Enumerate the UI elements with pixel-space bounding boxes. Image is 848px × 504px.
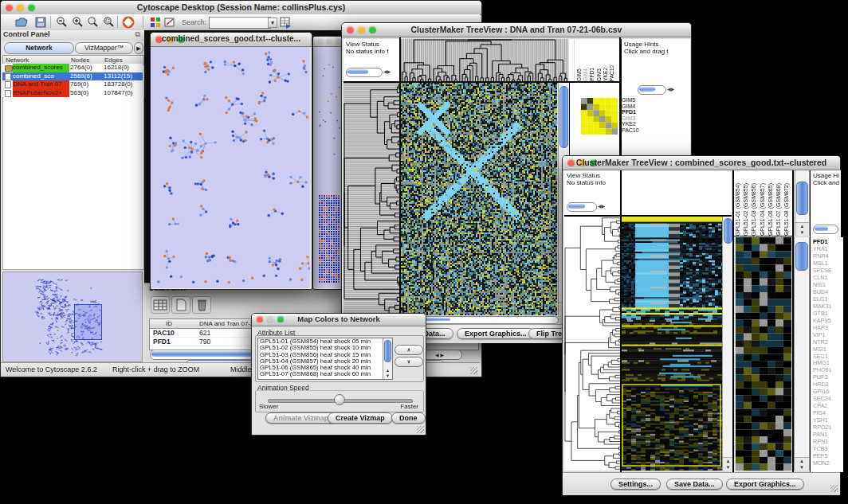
scrollbar-arrows[interactable]: ◀▶	[667, 85, 674, 93]
zoom-out-icon[interactable]	[55, 16, 68, 29]
scrollbar-thumb[interactable]	[151, 351, 267, 357]
column-label[interactable]: GPL51-02 (GSM855)	[742, 183, 750, 236]
scrollbar-arrows[interactable]: ◀▶	[383, 68, 391, 76]
scrollbar-thumb[interactable]	[347, 69, 368, 74]
import-table-icon[interactable]	[279, 16, 292, 29]
gene-label[interactable]: PFD1	[622, 109, 690, 115]
move-down-button[interactable]: ∨	[395, 357, 423, 367]
scrollbar-thumb[interactable]	[384, 340, 391, 362]
scrollbar-thumb[interactable]	[815, 226, 828, 231]
annotation-icon[interactable]	[163, 16, 176, 29]
tab-overflow-icon[interactable]: ▶	[134, 42, 143, 54]
done-button[interactable]: Done	[391, 412, 426, 424]
hscrollbar[interactable]	[567, 202, 597, 212]
hscrollbar[interactable]	[346, 68, 383, 77]
tab-vizmapper[interactable]: VizMapper™	[75, 42, 133, 54]
gene-label[interactable]: MON2	[813, 460, 843, 467]
attribute-item[interactable]: GPL51-07 (GSM868) heat shock 60 min	[258, 371, 392, 377]
create-vizmap-button[interactable]: Create Vizmap	[328, 412, 393, 424]
similarity-matrix[interactable]	[581, 98, 618, 135]
titlebar[interactable]: ClusterMaker TreeView : combined_scores_…	[563, 156, 840, 170]
help-icon[interactable]	[122, 16, 135, 29]
gene-label[interactable]: GIM4	[622, 104, 690, 110]
open-icon[interactable]	[15, 16, 28, 29]
column-label[interactable]: GPL51-04 (GSM857)	[759, 183, 767, 236]
scrollbar-thumb[interactable]	[568, 204, 585, 209]
scrollbar-thumb[interactable]	[559, 86, 568, 148]
select-attributes-icon[interactable]	[151, 296, 170, 314]
resize-grip[interactable]	[470, 367, 477, 374]
speed-slider-thumb[interactable]	[334, 394, 345, 405]
move-up-button[interactable]: ∧	[395, 345, 423, 355]
network-row[interactable]: combined_scores2764(0)16218(0)	[2, 64, 143, 72]
scrollbar-thumb[interactable]	[796, 182, 808, 215]
hscrollbar[interactable]	[813, 225, 838, 234]
network-row[interactable]: RNAPuberNov2+563(0)107847(0)	[2, 89, 143, 98]
row-dendrogram[interactable]	[564, 217, 621, 471]
column-label[interactable]: GIM5	[576, 68, 583, 81]
list-vscrollbar[interactable]: ▲▼	[383, 338, 392, 379]
column-label[interactable]: YKE2	[603, 68, 609, 81]
birdseye-selection-rect[interactable]	[74, 304, 102, 340]
tab-network[interactable]: Network	[4, 42, 74, 54]
column-label[interactable]: GIM3	[596, 68, 603, 81]
scrollbar-thumb[interactable]	[639, 87, 655, 92]
export-graphics-button[interactable]: Export Graphics...	[726, 479, 804, 490]
heatmap[interactable]	[622, 217, 722, 471]
gene-label[interactable]: GIM3	[622, 115, 690, 122]
gene-label[interactable]: PAC10	[622, 127, 690, 134]
titlebar[interactable]: Map Colors to Network	[252, 314, 426, 326]
column-label[interactable]: PAC10	[609, 65, 615, 81]
gene-vscrollbar[interactable]: ▲▼	[794, 237, 810, 471]
zoom-button[interactable]	[336, 39, 340, 44]
column-label[interactable]: GPL51-01 (GSM854)	[734, 183, 742, 236]
network-row[interactable]: DNA and Tran 07769(0)183728(0)	[2, 80, 143, 89]
resize-grip[interactable]	[417, 426, 424, 433]
zoom-fit-icon[interactable]	[86, 16, 99, 29]
delete-attribute-icon[interactable]	[192, 296, 211, 314]
settings-button[interactable]: Settings...	[610, 479, 661, 490]
network-list-empty-area[interactable]	[2, 97, 144, 270]
column-dendrogram[interactable]	[401, 39, 568, 81]
scrollbar-thumb[interactable]	[724, 218, 732, 244]
save-data-button[interactable]: Save Data...	[666, 479, 723, 490]
birdseye-view[interactable]	[2, 272, 143, 362]
zoom-in-icon[interactable]	[71, 16, 84, 29]
resize-grip[interactable]	[830, 485, 838, 492]
column-label[interactable]: GPL51-08 (GSM872)	[783, 183, 791, 236]
export-graphics-button[interactable]: Export Graphics...	[457, 328, 535, 339]
column-label[interactable]: GPL51-07 (GSM868)	[775, 183, 783, 236]
close-button[interactable]	[318, 39, 323, 44]
undock-icon[interactable]: ⧉	[135, 30, 140, 39]
gene-label[interactable]: YKE2	[622, 121, 690, 127]
column-label[interactable]: PFD1	[589, 68, 595, 81]
scrollbar-arrows[interactable]: ▲▼	[795, 457, 809, 471]
scrollbar-arrows[interactable]: ▲▼	[795, 222, 809, 236]
cytoscape-titlebar[interactable]: Cytoscape Desktop (Session Name: collins…	[1, 1, 481, 15]
scrollbar-arrows[interactable]: ◀▶	[598, 202, 605, 210]
row-dendrogram[interactable]	[344, 83, 400, 315]
network-view-canvas[interactable]	[151, 47, 310, 288]
column-dendrogram-area[interactable]	[622, 170, 732, 217]
network-row[interactable]: combined_sco2569(6)13112(15)	[2, 72, 143, 81]
zoom-heatmap[interactable]	[736, 237, 791, 471]
minimize-button[interactable]	[327, 39, 332, 44]
column-label[interactable]: GPL51-06 (GSM865)	[767, 183, 775, 236]
scrollbar-arrows[interactable]: ▲▼	[383, 368, 392, 379]
titlebar[interactable]	[313, 37, 345, 47]
labels-vscrollbar[interactable]: ▲▼	[795, 170, 810, 236]
search-input[interactable]	[209, 17, 271, 29]
search-dropdown-icon[interactable]: ▼	[268, 18, 277, 28]
hscrollbar[interactable]	[638, 85, 666, 95]
scrollbar-arrows[interactable]: ◀ ▶	[435, 352, 444, 357]
save-icon[interactable]	[34, 16, 47, 29]
zoom-selected-icon[interactable]	[102, 16, 115, 29]
titlebar[interactable]: combined_scores_good.txt--cluste...	[151, 33, 312, 47]
column-label[interactable]: GPL51-03 (GSM856)	[750, 183, 758, 236]
network-view-canvas[interactable]	[313, 47, 344, 287]
titlebar[interactable]: ClusterMaker TreeView : DNA and Tran 07-…	[342, 23, 691, 37]
attribute-listbox[interactable]: GPL51-01 (GSM854) heat shock 05 minGPL51…	[257, 338, 393, 380]
gene-label[interactable]: GIM5	[622, 97, 690, 104]
new-attribute-icon[interactable]	[171, 296, 190, 314]
vizmapper-icon[interactable]	[149, 16, 162, 29]
